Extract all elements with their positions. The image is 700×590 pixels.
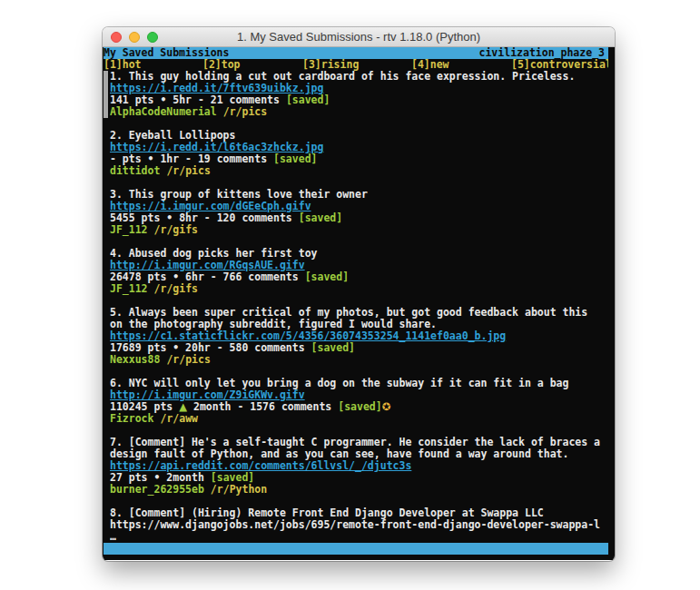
- tab-top[interactable]: [2]top: [202, 59, 241, 71]
- submission-title: 5. Always been super critical of my phot…: [110, 307, 615, 319]
- subreddit: /r/gifs: [148, 283, 198, 295]
- gilded-icon: ✪: [382, 401, 391, 413]
- saved-badge: [saved]: [211, 472, 254, 484]
- page-title: My Saved Submissions: [104, 47, 229, 59]
- author: JF_112: [110, 224, 148, 236]
- tab-rising[interactable]: [3]rising: [302, 59, 359, 71]
- submission-byline: Nexxus88/r/pics: [110, 354, 615, 366]
- help-shortcut: [c]Post: [488, 554, 531, 555]
- tab-controversial[interactable]: [5]controversial: [511, 59, 608, 71]
- zoom-button[interactable]: [147, 32, 158, 43]
- submission-stats: 17689 pts • 20hr - 580 comments [saved]: [110, 342, 615, 354]
- submission-title: 3. This group of kittens love their owne…: [110, 189, 615, 201]
- window-title: 1. My Saved Submissions - rtv 1.18.0 (Py…: [237, 30, 480, 44]
- traffic-lights: [111, 32, 158, 43]
- help-shortcut: [o]Open: [437, 554, 480, 555]
- submission-title: 7. [Comment] He's a self-taught C progra…: [110, 437, 615, 448]
- saved-badge: [saved]: [273, 153, 317, 165]
- submission-url[interactable]: http://i.imgur.com/Z9iGKWv.gifv: [110, 389, 305, 401]
- help-shortcut: [a/z]Vote: [537, 554, 594, 555]
- submission-stats: 110245 pts ▲ 2month - 1576 comments [sav…: [110, 401, 615, 413]
- submission-item[interactable]: 5. Always been super critical of my phot…: [104, 307, 615, 366]
- submission-title: 6. NYC will only let you bring a dog on …: [110, 378, 615, 389]
- saved-badge: [saved]: [311, 342, 355, 354]
- submission-item[interactable]: 4. Abused dog picks her first toy http:/…: [104, 248, 615, 295]
- submission-stats: 141 pts • 5hr - 21 comments [saved]: [110, 94, 615, 106]
- submission-url[interactable]: https://i.redd.it/l6t6ac3zhckz.jpg: [110, 142, 323, 153]
- author: Fizrock: [110, 413, 153, 425]
- saved-badge: [saved]: [305, 271, 349, 283]
- selection-cursor: [104, 71, 108, 118]
- saved-badge: [saved]: [299, 212, 342, 224]
- author: Nexxus88: [110, 354, 160, 366]
- submission-item[interactable]: 6. NYC will only let you bring a dog on …: [104, 378, 615, 425]
- minimize-button[interactable]: [129, 32, 140, 43]
- saved-badge: [saved]: [338, 401, 381, 413]
- submission-title: 1. This guy holding a cut out cardboard …: [110, 71, 615, 83]
- submission-byline: JF_112/r/gifs: [110, 224, 615, 236]
- submission-url[interactable]: https://c1.staticflickr.com/5/4356/36074…: [110, 330, 506, 342]
- submission-item[interactable]: 1. This guy holding a cut out cardboard …: [104, 71, 615, 118]
- author: JF_112: [110, 283, 148, 295]
- app-window: 1. My Saved Submissions - rtv 1.18.0 (Py…: [103, 27, 615, 561]
- submission-title-line2: design fault of Python, and as you can s…: [110, 448, 615, 460]
- submission-stats: 26478 pts • 6hr - 766 comments [saved]: [110, 271, 615, 283]
- username: civilization_phaze_3: [479, 47, 605, 59]
- help-shortcut: [l]Comments: [242, 554, 311, 555]
- submission-url[interactable]: https://www.djangojobs.net/jobs/695/remo…: [110, 519, 600, 531]
- submission-byline: Fizrock/r/aww: [110, 413, 615, 425]
- subreddit: /r/pics: [217, 106, 267, 118]
- submission-item[interactable]: 7. [Comment] He's a self-taught C progra…: [104, 437, 615, 496]
- submission-stats: 27 pts • 2month [saved]: [110, 472, 615, 484]
- help-shortcut: [q]Quit: [192, 554, 235, 555]
- submission-url[interactable]: https://i.imgur.com/dGEeCph.gifv: [110, 201, 311, 212]
- help-shortcut: [/]Prompt: [318, 554, 374, 555]
- subreddit: /r/aww: [153, 413, 198, 425]
- help-shortcut: [u]Login: [380, 554, 430, 555]
- close-button[interactable]: [111, 32, 122, 43]
- tab-hot[interactable]: [1]hot: [104, 59, 142, 71]
- author: dittidot: [110, 165, 160, 177]
- submission-title: 8. [Comment] (Hiring) Remote Front End D…: [110, 507, 615, 519]
- subreddit: /r/pics: [160, 354, 210, 366]
- upvote-arrow-icon: ▲: [179, 401, 187, 413]
- author: burner_262955eb: [110, 484, 204, 496]
- saved-badge: [saved]: [286, 94, 330, 106]
- submission-url[interactable]: http://i.imgur.com/RGqsAUE.gifv: [110, 260, 305, 271]
- help-bar: [?]Help[q]Quit[l]Comments[/]Prompt[u]Log…: [104, 543, 608, 555]
- submission-title: 2. Eyeball Lollipops: [110, 130, 615, 142]
- submission-byline: JF_112/r/gifs: [110, 283, 615, 295]
- truncation-ellipsis: …: [110, 531, 615, 543]
- submission-title: 4. Abused dog picks her first toy: [110, 248, 615, 260]
- submission-byline: burner_262955eb/r/Python: [110, 484, 615, 496]
- subreddit: /r/gifs: [148, 224, 198, 236]
- titlebar[interactable]: 1. My Saved Submissions - rtv 1.18.0 (Py…: [103, 27, 615, 47]
- submission-title-line2: on the photography subreddit, figured I …: [110, 319, 615, 330]
- submission-stats: - pts • 1hr - 19 comments [saved]: [110, 153, 615, 165]
- submission-url[interactable]: https://api.reddit.com/comments/6llvsl/_…: [110, 460, 411, 472]
- subreddit: /r/Python: [204, 484, 267, 496]
- tab-new[interactable]: [4]new: [411, 59, 449, 71]
- terminal-screen[interactable]: My Saved Submissions civilization_phaze_…: [103, 47, 615, 560]
- submission-item[interactable]: 3. This group of kittens love their owne…: [104, 189, 615, 236]
- author: AlphaCodeNumerial: [110, 106, 217, 118]
- submission-list: 1. This guy holding a cut out cardboard …: [104, 71, 615, 543]
- submission-item[interactable]: 2. Eyeball Lollipops https://i.redd.it/l…: [104, 130, 615, 177]
- submission-item[interactable]: 8. [Comment] (Hiring) Remote Front End D…: [104, 507, 615, 543]
- submission-stats: 5455 pts • 8hr - 120 comments [saved]: [110, 212, 615, 224]
- sort-nav: [1]hot [2]top [3]rising [4]new [5]contro…: [104, 59, 608, 71]
- submission-byline: AlphaCodeNumerial/r/pics: [110, 106, 615, 118]
- help-shortcut: [?]Help: [142, 554, 185, 555]
- submission-url[interactable]: https://i.redd.it/7ftv639uibkz.jpg: [110, 83, 323, 94]
- status-bar: My Saved Submissions civilization_phaze_…: [104, 47, 608, 59]
- subreddit: /r/pics: [160, 165, 210, 177]
- submission-byline: dittidot/r/pics: [110, 165, 615, 177]
